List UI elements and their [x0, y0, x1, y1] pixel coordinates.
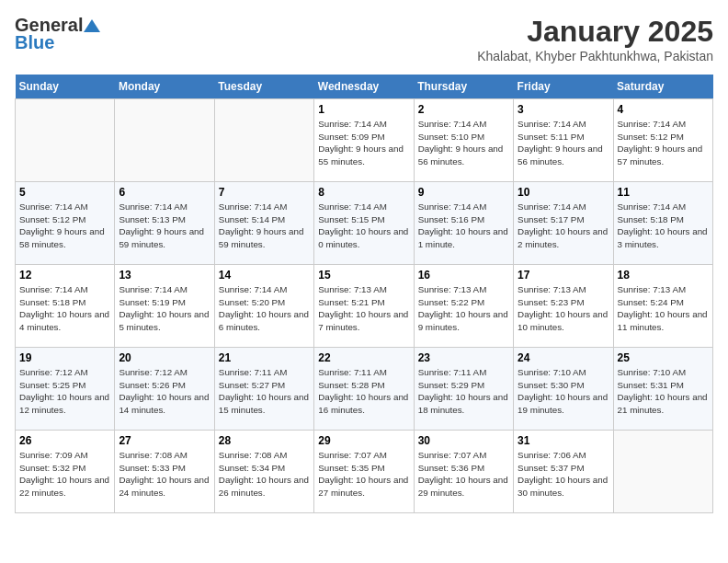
- day-info: Sunrise: 7:14 AM Sunset: 5:13 PM Dayligh…: [119, 201, 210, 251]
- calendar-cell: 6Sunrise: 7:14 AM Sunset: 5:13 PM Daylig…: [115, 182, 214, 265]
- day-info: Sunrise: 7:10 AM Sunset: 5:30 PM Dayligh…: [518, 366, 609, 417]
- day-number: 30: [418, 434, 509, 447]
- month-title: January 2025: [477, 15, 713, 49]
- calendar-cell: 29Sunrise: 7:07 AM Sunset: 5:35 PM Dayli…: [314, 431, 414, 513]
- day-info: Sunrise: 7:08 AM Sunset: 5:33 PM Dayligh…: [119, 449, 210, 500]
- day-info: Sunrise: 7:12 AM Sunset: 5:25 PM Dayligh…: [19, 366, 110, 417]
- logo-blue: Blue: [15, 32, 54, 53]
- day-number: 1: [318, 103, 409, 116]
- day-number: 21: [219, 351, 310, 364]
- weekday-header-saturday: Saturday: [613, 75, 712, 99]
- calendar-cell: 1Sunrise: 7:14 AM Sunset: 5:09 PM Daylig…: [314, 99, 414, 182]
- calendar-cell: 28Sunrise: 7:08 AM Sunset: 5:34 PM Dayli…: [214, 431, 313, 513]
- calendar-cell: 20Sunrise: 7:12 AM Sunset: 5:26 PM Dayli…: [115, 348, 214, 431]
- calendar-cell: 10Sunrise: 7:14 AM Sunset: 5:17 PM Dayli…: [514, 182, 613, 265]
- day-number: 11: [618, 186, 709, 199]
- day-number: 20: [119, 351, 210, 364]
- calendar-week-1: 1Sunrise: 7:14 AM Sunset: 5:09 PM Daylig…: [16, 99, 713, 182]
- calendar-week-4: 19Sunrise: 7:12 AM Sunset: 5:25 PM Dayli…: [16, 348, 713, 431]
- day-number: 5: [19, 186, 110, 199]
- calendar-cell: 30Sunrise: 7:07 AM Sunset: 5:36 PM Dayli…: [414, 431, 513, 513]
- day-number: 3: [518, 103, 609, 116]
- calendar-cell: 9Sunrise: 7:14 AM Sunset: 5:16 PM Daylig…: [414, 182, 513, 265]
- calendar-cell: 17Sunrise: 7:13 AM Sunset: 5:23 PM Dayli…: [514, 265, 613, 348]
- calendar-cell: 12Sunrise: 7:14 AM Sunset: 5:18 PM Dayli…: [16, 265, 115, 348]
- calendar-cell: 18Sunrise: 7:13 AM Sunset: 5:24 PM Dayli…: [613, 265, 712, 348]
- day-number: 23: [418, 351, 509, 364]
- day-info: Sunrise: 7:14 AM Sunset: 5:09 PM Dayligh…: [318, 118, 409, 168]
- title-section: January 2025 Khalabat, Khyber Pakhtunkhw…: [477, 15, 713, 63]
- calendar-body: 1Sunrise: 7:14 AM Sunset: 5:09 PM Daylig…: [16, 99, 713, 513]
- day-number: 13: [119, 269, 210, 282]
- weekday-header-monday: Monday: [115, 75, 214, 99]
- day-number: 25: [618, 351, 709, 364]
- day-number: 12: [19, 269, 110, 282]
- day-info: Sunrise: 7:08 AM Sunset: 5:34 PM Dayligh…: [219, 449, 310, 500]
- calendar-cell: 24Sunrise: 7:10 AM Sunset: 5:30 PM Dayli…: [514, 348, 613, 431]
- calendar-cell: 26Sunrise: 7:09 AM Sunset: 5:32 PM Dayli…: [16, 431, 115, 513]
- calendar-cell: 7Sunrise: 7:14 AM Sunset: 5:14 PM Daylig…: [214, 182, 313, 265]
- calendar-cell: 31Sunrise: 7:06 AM Sunset: 5:37 PM Dayli…: [514, 431, 613, 513]
- weekday-header-friday: Friday: [514, 75, 613, 99]
- calendar-cell: 16Sunrise: 7:13 AM Sunset: 5:22 PM Dayli…: [414, 265, 513, 348]
- day-info: Sunrise: 7:07 AM Sunset: 5:35 PM Dayligh…: [318, 449, 409, 500]
- day-info: Sunrise: 7:14 AM Sunset: 5:15 PM Dayligh…: [318, 201, 409, 251]
- calendar-cell: 3Sunrise: 7:14 AM Sunset: 5:11 PM Daylig…: [514, 99, 613, 182]
- day-number: 6: [119, 186, 210, 199]
- day-info: Sunrise: 7:14 AM Sunset: 5:12 PM Dayligh…: [618, 118, 709, 168]
- day-info: Sunrise: 7:14 AM Sunset: 5:12 PM Dayligh…: [19, 201, 110, 251]
- calendar-cell: [16, 99, 115, 182]
- weekday-header-thursday: Thursday: [414, 75, 513, 99]
- day-number: 14: [219, 269, 310, 282]
- day-number: 16: [418, 269, 509, 282]
- day-info: Sunrise: 7:12 AM Sunset: 5:26 PM Dayligh…: [119, 366, 210, 417]
- day-info: Sunrise: 7:06 AM Sunset: 5:37 PM Dayligh…: [518, 449, 609, 500]
- day-number: 4: [618, 103, 709, 116]
- day-info: Sunrise: 7:09 AM Sunset: 5:32 PM Dayligh…: [19, 449, 110, 500]
- day-info: Sunrise: 7:11 AM Sunset: 5:27 PM Dayligh…: [219, 366, 310, 417]
- day-number: 26: [19, 434, 110, 447]
- logo-triangle-icon: [84, 17, 100, 34]
- day-number: 28: [219, 434, 310, 447]
- day-number: 8: [318, 186, 409, 199]
- day-number: 18: [618, 269, 709, 282]
- day-number: 10: [518, 186, 609, 199]
- weekday-header-sunday: Sunday: [16, 75, 115, 99]
- calendar-header-row: SundayMondayTuesdayWednesdayThursdayFrid…: [16, 75, 713, 99]
- page-header: General Blue January 2025 Khalabat, Khyb…: [15, 15, 713, 63]
- day-info: Sunrise: 7:11 AM Sunset: 5:28 PM Dayligh…: [318, 366, 409, 417]
- day-number: 9: [418, 186, 509, 199]
- calendar-cell: 23Sunrise: 7:11 AM Sunset: 5:29 PM Dayli…: [414, 348, 513, 431]
- calendar-cell: 5Sunrise: 7:14 AM Sunset: 5:12 PM Daylig…: [16, 182, 115, 265]
- day-number: 24: [518, 351, 609, 364]
- calendar-week-2: 5Sunrise: 7:14 AM Sunset: 5:12 PM Daylig…: [16, 182, 713, 265]
- calendar-cell: [214, 99, 313, 182]
- calendar-cell: 4Sunrise: 7:14 AM Sunset: 5:12 PM Daylig…: [613, 99, 712, 182]
- day-info: Sunrise: 7:14 AM Sunset: 5:18 PM Dayligh…: [618, 201, 709, 251]
- calendar-cell: 27Sunrise: 7:08 AM Sunset: 5:33 PM Dayli…: [115, 431, 214, 513]
- calendar-cell: 2Sunrise: 7:14 AM Sunset: 5:10 PM Daylig…: [414, 99, 513, 182]
- calendar-cell: [613, 431, 712, 513]
- day-info: Sunrise: 7:11 AM Sunset: 5:29 PM Dayligh…: [418, 366, 509, 417]
- day-info: Sunrise: 7:14 AM Sunset: 5:20 PM Dayligh…: [219, 283, 310, 334]
- day-info: Sunrise: 7:13 AM Sunset: 5:24 PM Dayligh…: [618, 283, 709, 334]
- day-info: Sunrise: 7:13 AM Sunset: 5:21 PM Dayligh…: [318, 283, 409, 334]
- calendar-cell: 13Sunrise: 7:14 AM Sunset: 5:19 PM Dayli…: [115, 265, 214, 348]
- day-number: 29: [318, 434, 409, 447]
- calendar-cell: 8Sunrise: 7:14 AM Sunset: 5:15 PM Daylig…: [314, 182, 414, 265]
- day-info: Sunrise: 7:13 AM Sunset: 5:22 PM Dayligh…: [418, 283, 509, 334]
- day-number: 22: [318, 351, 409, 364]
- calendar-cell: 21Sunrise: 7:11 AM Sunset: 5:27 PM Dayli…: [214, 348, 313, 431]
- day-info: Sunrise: 7:14 AM Sunset: 5:14 PM Dayligh…: [219, 201, 310, 251]
- calendar-week-3: 12Sunrise: 7:14 AM Sunset: 5:18 PM Dayli…: [16, 265, 713, 348]
- day-number: 7: [219, 186, 310, 199]
- day-number: 19: [19, 351, 110, 364]
- day-info: Sunrise: 7:14 AM Sunset: 5:18 PM Dayligh…: [19, 283, 110, 334]
- svg-marker-0: [84, 19, 100, 32]
- weekday-header-wednesday: Wednesday: [314, 75, 414, 99]
- day-info: Sunrise: 7:14 AM Sunset: 5:11 PM Dayligh…: [518, 118, 609, 168]
- calendar-cell: [115, 99, 214, 182]
- day-info: Sunrise: 7:14 AM Sunset: 5:19 PM Dayligh…: [119, 283, 210, 334]
- day-info: Sunrise: 7:13 AM Sunset: 5:23 PM Dayligh…: [518, 283, 609, 334]
- day-info: Sunrise: 7:07 AM Sunset: 5:36 PM Dayligh…: [418, 449, 509, 500]
